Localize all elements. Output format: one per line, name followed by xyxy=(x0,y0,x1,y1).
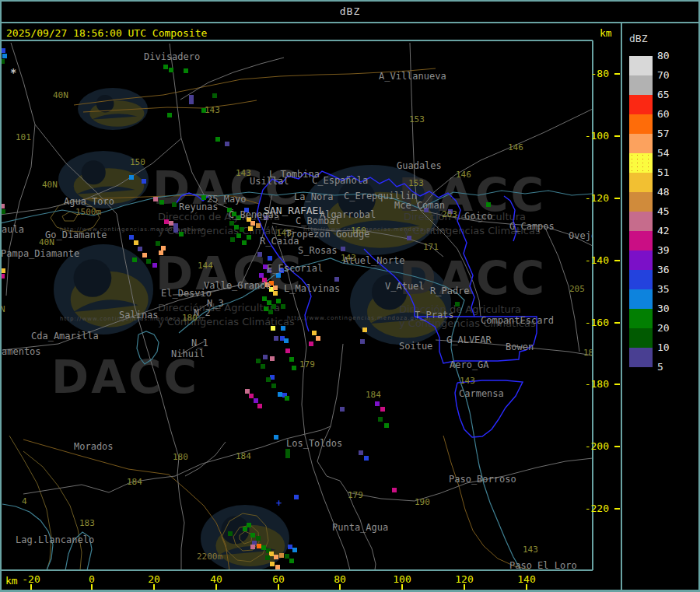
radar-site-cross-marker: + xyxy=(276,498,282,509)
right-axis-tick-label: -220 xyxy=(572,503,609,514)
right-axis-tick-label: -200 xyxy=(572,441,609,452)
place-label: Mce_Coman xyxy=(394,200,445,211)
place-label: T_Prats xyxy=(415,310,454,321)
place-label: N_1 xyxy=(191,338,208,349)
radar-echo-pixel xyxy=(312,331,317,335)
radar-echo-pixel xyxy=(360,339,365,344)
colorbar-tick-label: 57 xyxy=(657,128,688,139)
radar-echo-pixel xyxy=(288,545,292,549)
colorbar-band-65 xyxy=(629,95,653,114)
place-label: Punta_Agua xyxy=(332,522,388,533)
place-label: N_3 xyxy=(207,298,224,309)
asterisk-marker: * xyxy=(10,66,16,79)
radar-echo-pixel xyxy=(250,533,255,538)
colorbar-band-45 xyxy=(629,212,653,231)
colorbar-band-60 xyxy=(629,114,653,134)
colorbar-tick-label: 35 xyxy=(657,284,688,295)
radar-echo-pixel xyxy=(245,389,250,394)
page-title: dBZ xyxy=(0,5,700,17)
route-number-label: 171 xyxy=(423,242,439,252)
radar-echo-pixel xyxy=(289,559,294,563)
place-label: SAN_RAFAEL xyxy=(264,205,324,216)
colorbar-title: dBZ xyxy=(629,33,676,44)
radar-echo-pixel xyxy=(159,200,164,205)
route-number-label: 184 xyxy=(366,390,381,400)
route-number-label: 4 xyxy=(22,496,27,506)
route-number-label: 184 xyxy=(127,477,142,487)
radar-echo-pixel xyxy=(138,247,142,251)
radar-echo-pixel xyxy=(259,273,264,278)
radar-echo-pixel xyxy=(275,565,280,569)
place-label: Paso_El_Loro xyxy=(509,560,577,571)
radar-echo-pixel xyxy=(257,404,262,408)
radar-echo-pixel xyxy=(378,417,383,422)
colorbar-band-42 xyxy=(629,231,653,250)
radar-echo-pixel xyxy=(262,296,267,301)
radar-echo-pixel xyxy=(215,137,220,142)
right-axis-tick-mark xyxy=(614,508,620,510)
radar-echo-pixel xyxy=(248,226,253,231)
radar-echo-pixel xyxy=(230,237,235,242)
titlebar-separator xyxy=(0,22,700,23)
radar-echo-pixel xyxy=(247,523,251,527)
route-number-label: 184 xyxy=(236,451,251,461)
radar-echo-pixel xyxy=(362,328,367,332)
bottom-axis-tick-label: 60 xyxy=(272,574,285,585)
radar-echo-pixel xyxy=(249,394,254,398)
radar-echo-pixel xyxy=(271,384,276,388)
radar-echo-pixel xyxy=(184,68,188,73)
radar-echo-pixel xyxy=(407,236,411,240)
route-number-label: 153 xyxy=(408,178,424,188)
radar-echo-pixel xyxy=(359,450,363,455)
place-label: Lag.Llancanelo xyxy=(16,534,94,545)
bottom-axis-tick-label: 100 xyxy=(393,574,411,585)
secondary-road-line xyxy=(23,440,229,570)
colorbar-band-39 xyxy=(629,250,653,270)
radar-echo-pixel xyxy=(341,247,345,251)
bottom-axis-tick-label: 80 xyxy=(334,574,346,585)
radar-echo-pixel xyxy=(279,553,284,558)
radar-echo-pixel xyxy=(228,531,233,536)
timestamp-label: 2025/09/27 18:56:00 UTC Composite xyxy=(6,27,207,39)
bottom-axis-tick-mark xyxy=(278,584,279,590)
route-number-label: 101 xyxy=(16,132,31,142)
radar-echo-pixel xyxy=(134,240,138,245)
right-axis-tick-mark xyxy=(614,384,620,385)
right-axis-tick-label: -120 xyxy=(572,193,609,204)
bottom-axis-tick-mark xyxy=(401,584,403,590)
place-label: Aero_GA xyxy=(450,359,489,370)
colorbar-band-70 xyxy=(629,75,653,95)
radar-echo-pixel xyxy=(486,202,491,207)
right-axis-tick-label: -100 xyxy=(572,131,609,142)
right-axis-tick-mark xyxy=(614,322,620,324)
right-axis-tick-label: -80 xyxy=(572,68,609,79)
radar-echo-pixel xyxy=(292,366,296,370)
radar-echo-pixel xyxy=(132,257,137,262)
colorbar-tick-label: 45 xyxy=(657,206,688,217)
radar-echo-pixel xyxy=(364,456,369,461)
bottom-axis-tick-label: 20 xyxy=(148,574,160,585)
place-label: A_Villanueva xyxy=(379,71,446,82)
radar-echo-pixel xyxy=(240,227,244,232)
radar-echo-pixel xyxy=(234,225,239,229)
route-number-label: 205 xyxy=(569,284,585,294)
colorbar-band-57 xyxy=(629,134,653,153)
bottom-axis-tick-label: -20 xyxy=(22,574,40,585)
radar-echo-pixel xyxy=(264,307,268,311)
radar-echo-pixel xyxy=(250,545,255,549)
colorbar-band-54 xyxy=(629,153,653,173)
place-label: El_Desvio xyxy=(161,288,212,299)
place-label: Cda_Amarilla xyxy=(31,331,99,342)
place-label: Valle_Grande xyxy=(204,280,271,291)
colorbar-tick-label: 20 xyxy=(657,323,688,334)
route-number-label: 144 xyxy=(198,261,213,271)
radar-echo-pixel xyxy=(340,407,345,412)
place-label: CompantEscard xyxy=(481,315,554,326)
radar-echo-pixel xyxy=(254,398,258,403)
place-label: Nihuil xyxy=(171,349,205,359)
radar-echo-pixel xyxy=(266,377,271,382)
radar-echo-pixel xyxy=(276,299,281,303)
place-label: amentos xyxy=(2,346,41,357)
radar-echo-pixel xyxy=(142,253,147,257)
radar-echo-pixel xyxy=(380,407,385,412)
